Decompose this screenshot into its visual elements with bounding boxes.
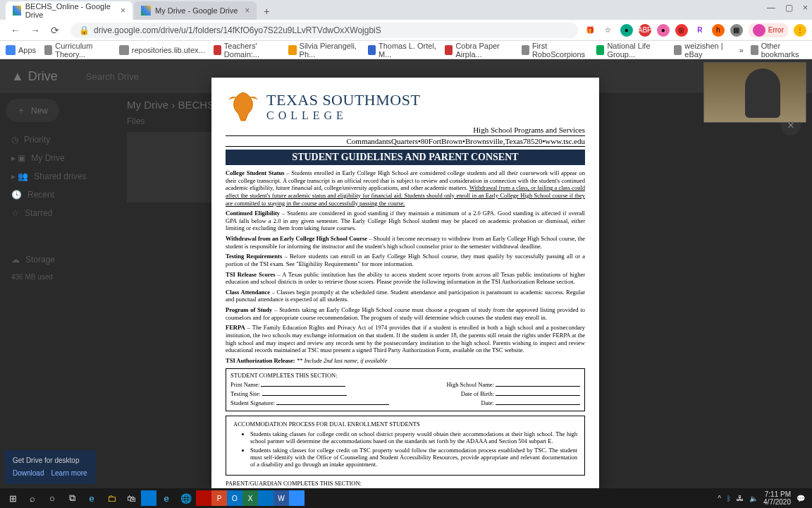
download-button[interactable]: Download — [13, 468, 44, 478]
star-icon[interactable]: ☆ — [602, 24, 615, 37]
ie-icon[interactable]: e — [156, 490, 176, 507]
field-label: Date of Birth: — [461, 390, 494, 397]
bookmark-item[interactable]: weizishen | eBay — [674, 42, 731, 59]
maximize-icon[interactable]: ▢ — [785, 3, 793, 13]
gift-icon[interactable]: 🎁 — [584, 24, 596, 37]
search-icon[interactable]: ⌕ — [23, 490, 42, 507]
chrome-icon[interactable]: 🌐 — [176, 490, 196, 507]
section-note: ** Include 2nd last name, if available — [297, 357, 388, 364]
page-icon — [445, 45, 453, 55]
nav-label: Storage — [25, 255, 55, 265]
testing-site-field[interactable] — [262, 389, 347, 396]
drive-favicon — [141, 6, 151, 16]
word-icon[interactable]: W — [273, 490, 289, 506]
explorer-icon[interactable]: 🗀 — [102, 490, 121, 507]
page-icon — [596, 45, 604, 55]
crumb-my-drive[interactable]: My Drive — [127, 99, 168, 111]
close-icon[interactable]: × — [245, 6, 250, 16]
drive-logo[interactable]: ▲ Drive — [11, 69, 58, 84]
ext-green-icon[interactable]: ● — [620, 24, 633, 37]
download-toast: Get Drive for desktop Download Learn mor… — [4, 450, 96, 484]
video-thumbnail[interactable] — [703, 62, 806, 123]
section-label: FERPA — [226, 324, 245, 331]
college-name-line2: COLLEGE — [266, 109, 420, 122]
bookmark-item[interactable]: repositories.lib.utex... — [119, 45, 205, 55]
section-label: TSI Authorization Release: — [226, 357, 295, 364]
powerpoint-icon[interactable]: P — [211, 490, 227, 506]
apps-label: Apps — [18, 46, 36, 54]
date-field[interactable] — [496, 399, 580, 405]
tab-strip: BECHS_Online - Google Drive × My Drive -… — [0, 0, 812, 20]
minimize-icon[interactable]: — — [767, 3, 775, 13]
nav-my-drive[interactable]: ▸ ▣ My Drive — [6, 149, 114, 167]
bookmark-item[interactable]: First RoboScorpions — [522, 42, 589, 59]
print-name-field[interactable] — [261, 380, 345, 387]
bookmark-item[interactable]: Teachers' Domain:... — [214, 42, 281, 59]
hs-name-field[interactable] — [496, 380, 580, 387]
profile-error-badge[interactable]: Error — [749, 23, 788, 37]
task-view-icon[interactable]: ⧉ — [62, 490, 82, 507]
bookmark-label: Cobra Paper Airpla... — [455, 42, 512, 59]
bookmark-item[interactable]: Silvia Pierangeli, Ph... — [288, 42, 359, 59]
excel-icon[interactable]: X — [242, 490, 258, 506]
section-text: – A Texas public institution has the abi… — [226, 271, 585, 286]
acrobat-icon[interactable] — [196, 490, 211, 506]
cortana-icon[interactable]: ○ — [42, 490, 62, 507]
ext-target-icon[interactable]: ◎ — [675, 24, 688, 37]
overflow-icon[interactable]: » — [739, 46, 744, 54]
college-address: CommandantsQuarters•80FortBrown•Brownsvi… — [226, 135, 585, 147]
menu-icon[interactable]: ⋮ — [794, 24, 806, 37]
field-label: Student Signature: — [230, 399, 275, 406]
close-icon[interactable]: × — [121, 6, 125, 16]
other-bookmarks[interactable]: Other bookmarks — [751, 42, 806, 59]
close-window-icon[interactable]: × — [803, 3, 808, 13]
app-icon[interactable] — [141, 490, 156, 506]
bookmark-label: Curriculum Theory... — [55, 42, 111, 59]
signature-field[interactable] — [276, 399, 389, 405]
crumb-folder[interactable]: BECHS — [178, 99, 215, 111]
forward-button[interactable]: → — [27, 22, 44, 39]
url-input[interactable]: 🔒 drive.google.com/drive/u/1/folders/14f… — [70, 23, 578, 38]
outlook-icon[interactable]: O — [227, 490, 242, 506]
bluetooth-icon[interactable]: ᛒ — [727, 495, 731, 502]
notifications-icon[interactable]: 💬 — [796, 495, 805, 502]
nav-label: My Drive — [31, 153, 64, 163]
document-title: STUDENT GUIDELINES AND PARENT CONSENT — [226, 150, 585, 165]
section-text: – Students are considered in good standi… — [226, 210, 585, 231]
new-button[interactable]: ＋ New — [6, 99, 59, 122]
bookmark-item[interactable]: Curriculum Theory... — [44, 42, 111, 59]
back-button[interactable]: ← — [7, 22, 24, 39]
ext-gray-icon[interactable]: ▦ — [730, 24, 743, 37]
ext-honey-icon[interactable]: h — [712, 24, 725, 37]
browser-tab-active[interactable]: BECHS_Online - Google Drive × — [6, 1, 133, 20]
volume-icon[interactable]: 🔈 — [749, 495, 758, 502]
nav-starred[interactable]: ☆ Starred — [6, 204, 114, 222]
bookmark-item[interactable]: Cobra Paper Airpla... — [445, 42, 512, 59]
tray-up-icon[interactable]: ^ — [718, 495, 721, 502]
browser-tab[interactable]: My Drive - Google Drive × — [134, 1, 257, 20]
dob-field[interactable] — [496, 389, 580, 396]
bookmark-item[interactable]: Thomas L. Ortel, M... — [368, 42, 436, 59]
bookmark-label: Other bookmarks — [761, 42, 806, 59]
learn-more-button[interactable]: Learn more — [51, 468, 87, 478]
new-tab-button[interactable]: + — [258, 3, 275, 20]
bookmark-label: repositories.lib.utex... — [132, 46, 205, 54]
ext-pink-icon[interactable]: ● — [657, 24, 670, 37]
edge-icon[interactable]: e — [82, 490, 102, 507]
clock[interactable]: 7:11 PM 4/7/2020 — [763, 490, 791, 506]
reload-button[interactable]: ⟳ — [47, 22, 63, 39]
nav-priority[interactable]: ◷ Priority — [6, 131, 114, 149]
ext-red-icon[interactable]: ABP — [639, 24, 651, 37]
apps-button[interactable]: Apps — [6, 45, 36, 55]
zoom-icon[interactable] — [289, 490, 304, 506]
drive-search[interactable]: Search Drive — [86, 71, 139, 82]
bookmark-item[interactable]: National Life Group... — [596, 42, 665, 59]
nav-storage[interactable]: ☁ Storage — [6, 250, 114, 269]
nav-shared-drives[interactable]: ▸ 👥 Shared drives — [6, 167, 114, 186]
ext-rakuten-icon[interactable]: R — [694, 24, 706, 37]
store-icon[interactable]: 🛍 — [121, 490, 141, 507]
network-icon[interactable]: 🖧 — [737, 495, 744, 502]
start-button[interactable]: ⊞ — [3, 490, 23, 507]
outlook2-icon[interactable] — [258, 490, 273, 506]
nav-recent[interactable]: 🕓 Recent — [6, 186, 114, 204]
